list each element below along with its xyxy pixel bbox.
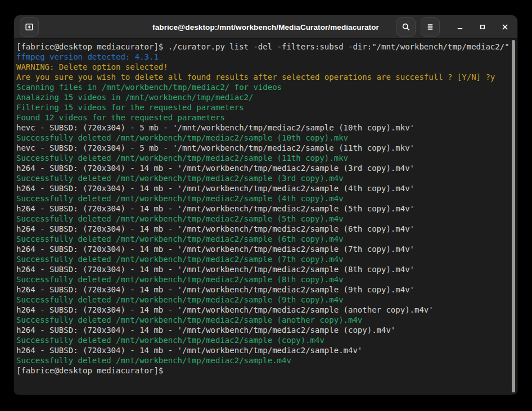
search-button[interactable] [396, 17, 416, 37]
terminal-line: h264 - SUBSD: (720x304) - 14 mb - '/mnt/… [16, 325, 510, 335]
terminal-line: [fabrice@desktop mediacurator]$ ./curato… [16, 42, 510, 52]
terminal-window: fabrice@desktop:/mnt/workbench/MediaCura… [13, 15, 518, 395]
terminal-line: Successfully deleted /mnt/workbench/tmp/… [16, 315, 510, 325]
terminal-line: Successfully deleted /mnt/workbench/tmp/… [16, 355, 510, 365]
terminal-line: Successfully deleted /mnt/workbench/tmp/… [16, 193, 510, 204]
terminal-line: Successfully deleted /mnt/workbench/tmp/… [16, 295, 510, 305]
terminal-content-area[interactable]: [fabrice@desktop mediacurator]$ ./curato… [14, 39, 517, 395]
terminal-line: h264 - SUBSD: (720x304) - 14 mb - '/mnt/… [16, 163, 510, 173]
minimize-icon [456, 22, 465, 31]
terminal-line: Are you sure you wish to delete all foun… [16, 72, 510, 82]
close-button[interactable] [498, 20, 512, 34]
terminal-line: hevc - SUBSD: (720x304) - 5 mb - '/mnt/w… [16, 123, 510, 133]
terminal-line: Successfully deleted /mnt/workbench/tmp/… [16, 335, 510, 345]
terminal-line: Successfully deleted /mnt/workbench/tmp/… [16, 153, 510, 163]
new-tab-icon [25, 22, 34, 31]
menu-button[interactable] [421, 17, 440, 37]
terminal-line: Filtering 15 videos for the requested pa… [16, 102, 510, 112]
search-icon [402, 22, 411, 31]
terminal-line: h264 - SUBSD: (720x304) - 14 mb - '/mnt/… [16, 224, 510, 234]
terminal-line: [fabrice@desktop mediacurator]$ [16, 365, 510, 376]
terminal-line: h264 - SUBSD: (720x304) - 14 mb - '/mnt/… [16, 264, 510, 274]
hamburger-menu-icon [426, 22, 435, 31]
terminal-line: h264 - SUBSD: (720x304) - 14 mb - '/mnt/… [16, 284, 510, 295]
terminal-line: Successfully deleted /mnt/workbench/tmp/… [16, 254, 510, 264]
titlebar-right [396, 17, 512, 37]
terminal-line: WARNING: Delete option selected! [16, 62, 510, 72]
close-icon [501, 22, 510, 31]
terminal-line: Found 12 videos for the requested parame… [16, 112, 510, 123]
terminal-line: Successfully deleted /mnt/workbench/tmp/… [16, 234, 510, 244]
terminal-line: ffmpeg version detected: 4.3.1 [16, 52, 510, 62]
terminal-line: Analazing 15 videos in /mnt/workbench/tm… [16, 92, 510, 102]
titlebar[interactable]: fabrice@desktop:/mnt/workbench/MediaCura… [14, 15, 517, 39]
terminal-line: Successfully deleted /mnt/workbench/tmp/… [16, 274, 510, 284]
terminal-line: Successfully deleted /mnt/workbench/tmp/… [16, 173, 510, 183]
terminal-line: h264 - SUBSD: (720x304) - 14 mb - '/mnt/… [16, 244, 510, 254]
minimize-button[interactable] [453, 20, 467, 34]
terminal-line: Successfully deleted /mnt/workbench/tmp/… [16, 214, 510, 224]
terminal-line: h264 - SUBSD: (720x304) - 14 mb - '/mnt/… [16, 345, 510, 355]
terminal-line: Successfully deleted /mnt/workbench/tmp/… [16, 133, 510, 143]
terminal-line: hevc - SUBSD: (720x304) - 5 mb - '/mnt/w… [16, 143, 510, 153]
maximize-icon [478, 22, 487, 31]
terminal-line: Scanning files in /mnt/workbench/tmp/med… [16, 82, 510, 92]
window-title: fabrice@desktop:/mnt/workbench/MediaCura… [152, 22, 379, 31]
window-controls [453, 20, 512, 34]
terminal-output: [fabrice@desktop mediacurator]$ ./curato… [16, 42, 510, 376]
new-tab-button[interactable] [20, 17, 39, 37]
terminal-line: h264 - SUBSD: (720x304) - 14 mb - '/mnt/… [16, 305, 510, 315]
terminal-line: h264 - SUBSD: (720x304) - 14 mb - '/mnt/… [16, 204, 510, 214]
terminal-line: h264 - SUBSD: (720x304) - 14 mb - '/mnt/… [16, 183, 510, 193]
scrollbar-thumb[interactable] [512, 40, 515, 392]
maximize-button[interactable] [475, 20, 489, 34]
